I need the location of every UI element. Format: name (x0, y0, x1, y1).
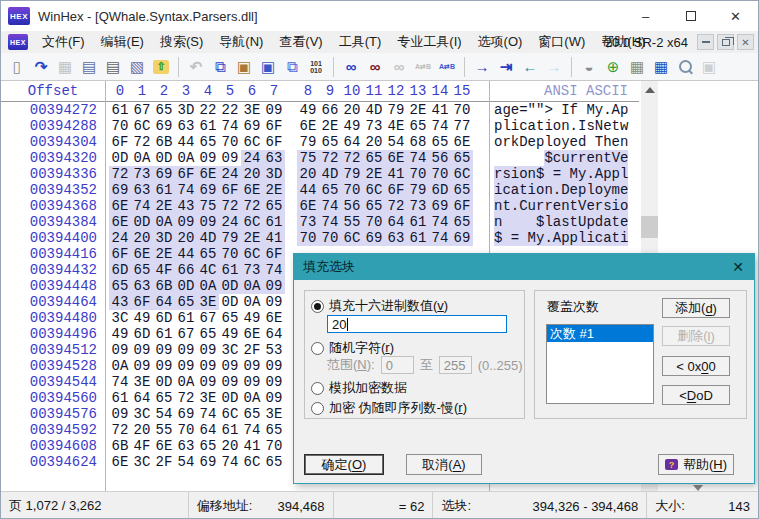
hex-byte[interactable]: 74 (219, 454, 241, 470)
hex-byte[interactable]: 54 (385, 134, 407, 150)
hex-byte[interactable]: 09 (109, 406, 131, 422)
hex-byte[interactable]: 6D (429, 182, 451, 198)
hex-byte[interactable]: 70 (363, 214, 385, 230)
hex-byte[interactable]: 65 (219, 310, 241, 326)
hex-byte[interactable]: 53 (263, 342, 285, 358)
hex-byte[interactable]: 6C (451, 166, 473, 182)
menu-item-8[interactable]: 选项(O) (470, 31, 531, 53)
hex-byte[interactable]: 66 (319, 102, 341, 118)
hex-byte[interactable]: 65 (363, 198, 385, 214)
hex-byte[interactable]: 49 (341, 118, 363, 134)
hex-byte[interactable]: 6E (451, 134, 473, 150)
hex-byte[interactable]: 65 (131, 262, 153, 278)
hex-byte[interactable]: 4D (319, 166, 341, 182)
hex-byte[interactable]: 75 (197, 198, 219, 214)
hex-byte[interactable]: 2F (241, 342, 263, 358)
hex-byte[interactable]: 72 (341, 150, 363, 166)
hex-byte[interactable]: 65 (319, 182, 341, 198)
radio-random-chars[interactable]: 随机字符(r) (311, 340, 394, 356)
hex-byte[interactable]: 09 (131, 358, 153, 374)
hex-byte[interactable]: 0A (241, 294, 263, 310)
help-button[interactable]: ? 帮助(H) (658, 454, 734, 475)
hex-byte[interactable]: 65 (363, 150, 385, 166)
hex-byte[interactable]: 3C (131, 454, 153, 470)
hex-byte[interactable]: 24 (109, 230, 131, 246)
hex-byte[interactable]: 4D (197, 230, 219, 246)
hex-byte[interactable]: 6C (219, 406, 241, 422)
new-file-icon[interactable]: ▯ (5, 56, 29, 78)
hex-byte[interactable]: 44 (175, 246, 197, 262)
menu-item-6[interactable]: 工具(T) (331, 31, 390, 53)
hex-byte[interactable]: 73 (407, 198, 429, 214)
hex-byte[interactable]: 70 (341, 182, 363, 198)
hex-byte[interactable]: 70 (219, 246, 241, 262)
hex-byte[interactable]: 70 (219, 134, 241, 150)
hex-byte[interactable]: 09 (219, 150, 241, 166)
hex-byte[interactable]: 49 (109, 326, 131, 342)
hex-byte[interactable]: 09 (197, 374, 219, 390)
hex-byte[interactable]: 6E (297, 198, 319, 214)
cancel-button[interactable]: 取消(A) (406, 454, 482, 475)
hex-byte[interactable]: 6F (263, 134, 285, 150)
hex-byte[interactable]: 3C (131, 406, 153, 422)
hex-byte[interactable]: 09 (175, 342, 197, 358)
print-icon[interactable]: ▤ (101, 56, 125, 78)
hex-byte[interactable]: 79 (385, 102, 407, 118)
hex-byte[interactable]: 43 (175, 198, 197, 214)
hex-byte[interactable]: 20 (219, 438, 241, 454)
hex-byte[interactable]: 41 (263, 230, 285, 246)
replace-hex-icon[interactable]: A⇄B (435, 56, 459, 78)
hex-byte[interactable]: 61 (219, 422, 241, 438)
file-properties-icon[interactable]: ▧ (125, 56, 149, 78)
hex-byte[interactable]: 0D (219, 390, 241, 406)
menu-item-4[interactable]: 导航(N) (211, 31, 271, 53)
hex-byte[interactable]: 64 (263, 326, 285, 342)
hex-byte[interactable]: 66 (175, 262, 197, 278)
hex-byte[interactable]: 09 (109, 342, 131, 358)
hex-byte[interactable]: 49 (241, 310, 263, 326)
hex-byte[interactable]: 6F (263, 246, 285, 262)
hex-byte[interactable]: 69 (363, 230, 385, 246)
hex-byte[interactable]: 6C (241, 134, 263, 150)
hex-byte[interactable]: 6D (153, 310, 175, 326)
hex-byte[interactable]: 65 (319, 134, 341, 150)
hex-byte[interactable]: 2E (153, 198, 175, 214)
hex-byte[interactable]: 4C (197, 262, 219, 278)
radio-encrypt-prng[interactable]: 加密 伪随即序列数-慢(r) (311, 400, 467, 416)
hex-byte[interactable]: 74 (131, 198, 153, 214)
hex-byte[interactable]: 09 (263, 390, 285, 406)
hex-byte[interactable]: 6F (175, 166, 197, 182)
hex-byte[interactable]: 4F (153, 262, 175, 278)
hex-byte[interactable]: 20 (131, 230, 153, 246)
hex-byte[interactable]: 6C (341, 230, 363, 246)
menu-item-5[interactable]: 查看(V) (271, 31, 330, 53)
hex-byte[interactable]: 49 (297, 102, 319, 118)
hex-byte[interactable]: 6F (451, 198, 473, 214)
ascii-text[interactable]: $currentVe (494, 150, 628, 166)
hex-byte[interactable]: 3C (109, 310, 131, 326)
hex-byte[interactable]: 6F (263, 118, 285, 134)
hex-byte[interactable]: 6B (109, 438, 131, 454)
hex-byte[interactable]: 79 (407, 182, 429, 198)
hex-byte[interactable]: 64 (131, 390, 153, 406)
menu-item-2[interactable]: 编辑(E) (93, 31, 152, 53)
hex-byte[interactable]: 6E (241, 182, 263, 198)
hex-byte[interactable]: 65 (451, 182, 473, 198)
search-text-icon[interactable]: ∞ (339, 56, 363, 78)
hex-byte[interactable]: 74 (319, 214, 341, 230)
hex-byte[interactable]: 20 (175, 230, 197, 246)
hex-byte[interactable]: 0D (131, 214, 153, 230)
open-file-icon[interactable]: ↷ (29, 56, 53, 78)
ascii-text[interactable]: plication.IsNetw (494, 118, 628, 134)
magnifier-icon[interactable] (673, 56, 697, 78)
hex-byte[interactable]: 20 (363, 134, 385, 150)
hex-byte[interactable]: 69 (241, 118, 263, 134)
hex-byte[interactable]: 6E (109, 198, 131, 214)
hex-byte[interactable]: 65 (153, 390, 175, 406)
add-button[interactable]: 添加(d) (662, 298, 730, 318)
hex-byte[interactable]: 67 (197, 310, 219, 326)
hex-byte[interactable]: 49 (131, 310, 153, 326)
hex-byte[interactable]: 2E (241, 230, 263, 246)
hex-byte[interactable]: 4E (385, 118, 407, 134)
hex-byte[interactable]: 61 (109, 102, 131, 118)
